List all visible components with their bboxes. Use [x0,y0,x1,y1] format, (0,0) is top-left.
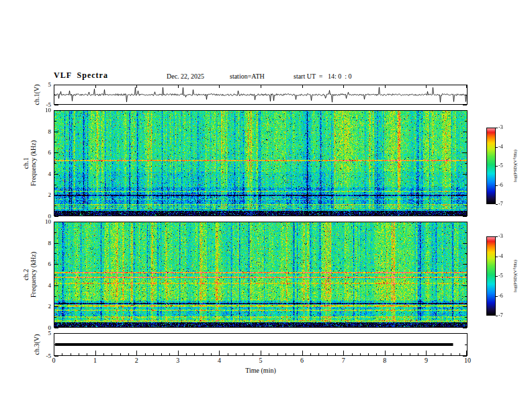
ch2-axis-label-line2: Frequency (kHz) [30,252,37,298]
colorbar-tick-mark [496,296,498,297]
ch3-voltage-axis-label: ch.3(V) [33,334,40,355]
y-tick-mark [54,243,58,244]
y-minor-tick-mark [465,317,467,318]
y-minor-tick-mark [54,317,56,318]
y-tick-mark [463,216,467,217]
x-minor-tick-mark [62,353,62,355]
y-minor-tick-mark [465,253,467,254]
y-tick-mark [54,328,58,328]
y-tick-mark [463,174,467,175]
colorbar-tick-mark [496,185,498,186]
colorbar-tick-mark [496,276,498,277]
colorbar-tick-mark [496,147,498,148]
x-tick-mark [466,351,467,355]
time-axis-label: Time (min) [236,367,285,374]
x-tick-mark [343,351,344,355]
y-tick-mark [54,216,58,217]
y-tick-mark [54,264,58,265]
y-minor-tick-mark [54,205,56,206]
y-minor-tick-mark [465,121,467,122]
x-minor-tick-mark [360,353,361,355]
start-ut-label: start UT = 14: 0 : 0 [294,73,352,80]
colorbar-tick-label: -6 [498,182,503,188]
x-minor-tick-mark [418,353,418,355]
x-minor-tick-mark [269,353,269,355]
colorbar-tick-label: -5 [498,163,503,169]
x-minor-tick-mark [120,353,121,355]
colorbar-ch2-label: log(PSD)(V²/Hz) [513,260,518,292]
x-minor-tick-mark [435,353,435,355]
colorbar-ch1 [486,128,496,204]
y-tick-label: 10 [0,107,51,113]
y-tick-mark [54,174,58,175]
y-tick-mark [463,264,467,265]
y-tick-mark [463,222,467,222]
x-tick-mark [385,351,386,355]
y-minor-tick-mark [54,345,56,345]
x-minor-tick-mark [410,353,410,355]
y-minor-tick-mark [465,95,467,95]
x-minor-tick-mark [186,353,187,355]
x-tick-mark [178,351,179,355]
x-minor-tick-mark [253,353,253,355]
colorbar-ch2 [486,236,496,316]
y-minor-tick-mark [465,185,467,185]
x-tick-mark [136,351,137,355]
x-tick-mark [302,351,303,355]
y-minor-tick-mark [54,232,56,233]
x-minor-tick-mark [277,353,278,355]
x-minor-tick-mark [236,353,236,355]
y-tick-mark [54,110,58,111]
y-minor-tick-mark [54,95,56,95]
ch2-frequency-axis-label: ch.2 Frequency (kHz) [22,252,37,298]
x-minor-tick-mark [103,353,104,355]
x-minor-tick-mark [443,353,443,355]
y-tick-mark [54,195,58,195]
x-tick-mark [54,85,54,88]
colorbar-tick-label: -5 [498,273,503,279]
x-tick-mark [54,351,54,355]
y-tick-mark [54,222,58,222]
x-tick-mark [136,85,137,88]
x-tick-mark [261,351,261,355]
y-tick-mark [463,306,467,307]
y-minor-tick-mark [54,253,56,254]
y-tick-label: 5 [0,330,51,336]
y-tick-mark [463,328,467,328]
x-minor-tick-mark [318,353,319,355]
colorbar-tick-label: -4 [498,144,503,150]
x-minor-tick-mark [393,353,394,355]
x-tick-mark [302,85,303,88]
x-tick-mark [261,85,261,88]
x-tick-label: 10 [454,357,481,364]
x-tick-label: 9 [412,357,439,364]
y-tick-label: 6 [0,261,51,267]
y-tick-label: 4 [0,171,51,177]
x-tick-label: 3 [165,357,191,364]
x-minor-tick-mark [459,353,460,355]
colorbar-tick-label: -3 [498,233,503,239]
y-tick-mark [54,85,58,85]
x-minor-tick-mark [169,353,170,355]
y-tick-mark [54,105,58,105]
colorbar-tick-mark [496,204,498,205]
y-tick-label: 4 [0,282,51,289]
y-tick-mark [463,105,467,105]
y-tick-mark [54,285,58,286]
vlf-spectra-figure: VLF Spectra Dec. 22, 2025 station=ATH st… [0,0,532,411]
x-tick-mark [95,351,96,355]
y-minor-tick-mark [465,232,467,233]
y-minor-tick-mark [465,163,467,164]
x-tick-mark [95,85,96,88]
x-minor-tick-mark [376,353,377,355]
colorbar-ch1-canvas [487,128,495,203]
x-tick-mark [466,85,467,88]
x-minor-tick-mark [128,353,129,355]
y-minor-tick-mark [465,275,467,275]
colorbar-tick-mark [496,128,498,128]
x-minor-tick-mark [203,353,204,355]
ch1-waveform-canvas [54,85,467,104]
x-tick-label: 0 [40,357,67,364]
y-tick-label: 8 [0,128,51,135]
y-tick-mark [463,243,467,244]
